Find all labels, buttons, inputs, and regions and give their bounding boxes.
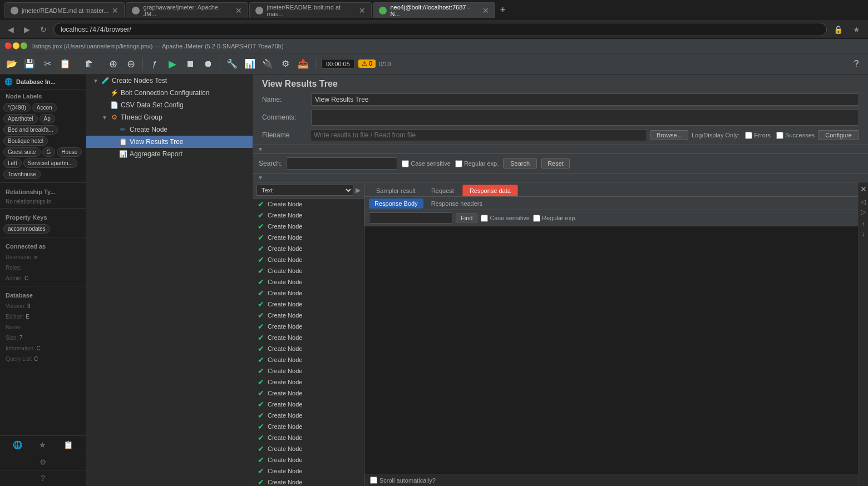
regular-exp-label[interactable]: Regular exp.: [455, 160, 499, 167]
result-item-12[interactable]: ✔Create Node: [253, 321, 364, 332]
result-item-26[interactable]: ✔Create Node: [253, 477, 364, 486]
tree-item-bolt-connection[interactable]: ⚡ Bolt Connection Configuration: [86, 87, 253, 99]
tool1-button[interactable]: 🔧: [224, 56, 240, 72]
regular-exp-checkbox[interactable]: [455, 160, 462, 167]
tab-close-1[interactable]: ✕: [112, 6, 119, 15]
filename-input[interactable]: [310, 129, 647, 141]
address-input[interactable]: [53, 23, 827, 36]
tree-item-thread-group[interactable]: ▼ ⚙ Thread Group: [86, 111, 253, 123]
result-item-2[interactable]: ✔Create Node: [253, 210, 364, 221]
find-input[interactable]: [369, 212, 452, 224]
subtab-response-body[interactable]: Response Body: [369, 199, 423, 209]
dropdown-arrow[interactable]: ▶: [356, 186, 361, 194]
result-item-11[interactable]: ✔Create Node: [253, 310, 364, 321]
reset-button[interactable]: Reset: [541, 158, 570, 168]
comments-textarea[interactable]: [311, 109, 859, 126]
forward-button[interactable]: ▶: [21, 24, 33, 35]
tab-neo4j-bolt[interactable]: neo4j@bolt://localhost:7687 - N... ✕: [373, 2, 495, 18]
tag-house[interactable]: House: [57, 147, 82, 157]
tree-item-create-nodes-test[interactable]: ▼ 🧪 Create Nodes Test: [86, 75, 253, 87]
text-dropdown[interactable]: Text: [257, 185, 353, 196]
tag-aparthotel[interactable]: Aparthotel: [3, 114, 38, 123]
tag-ap[interactable]: Ap: [40, 114, 55, 123]
tag-serviced[interactable]: Serviced apartm...: [23, 158, 77, 168]
tab-close-4[interactable]: ✕: [482, 6, 489, 15]
delete-button[interactable]: 🗑: [81, 56, 97, 72]
browse-button[interactable]: Browse...: [650, 130, 688, 140]
result-item-3[interactable]: ✔Create Node: [253, 221, 364, 232]
tool2-button[interactable]: 📊: [241, 56, 258, 72]
result-item-23[interactable]: ✔Create Node: [253, 443, 364, 454]
tree-item-csv[interactable]: 📄 CSV Data Set Config: [86, 99, 253, 111]
tag-g[interactable]: G: [42, 147, 56, 157]
find-regular-exp-label[interactable]: Regular exp.: [533, 215, 576, 222]
case-sensitive-checkbox[interactable]: [402, 160, 409, 167]
successes-checkbox-label[interactable]: Successes: [776, 132, 815, 139]
result-item-8[interactable]: ✔Create Node: [253, 276, 364, 287]
neo4j-settings-icon[interactable]: ⚙: [40, 458, 47, 467]
result-item-4[interactable]: ✔Create Node: [253, 232, 364, 243]
tool3-button[interactable]: 🔌: [259, 56, 276, 72]
tab-close-2[interactable]: ✕: [235, 6, 242, 15]
result-item-6[interactable]: ✔Create Node: [253, 254, 364, 265]
result-item-14[interactable]: ✔Create Node: [253, 343, 364, 354]
neo4j-nav-icon2[interactable]: ★: [39, 440, 46, 449]
result-item-1[interactable]: ✔Create Node: [253, 199, 364, 210]
result-item-24[interactable]: ✔Create Node: [253, 454, 364, 465]
tab-graphaware[interactable]: graphaware/jmeter: Apache JM... ✕: [126, 2, 248, 18]
tag-accommodates[interactable]: accommodates: [3, 224, 50, 234]
result-item-19[interactable]: ✔Create Node: [253, 399, 364, 410]
tab-sampler-result[interactable]: Sampler result: [369, 185, 423, 196]
find-regular-exp-checkbox[interactable]: [533, 215, 540, 222]
name-input[interactable]: [311, 93, 859, 106]
tab-response-data[interactable]: Response data: [462, 185, 518, 196]
record-button[interactable]: ⏺: [200, 56, 216, 72]
settings-button[interactable]: ⚙: [277, 56, 294, 72]
subtab-response-headers[interactable]: Response headers: [426, 199, 488, 209]
collapse-bar-2[interactable]: ▼: [253, 173, 868, 182]
search-input[interactable]: [286, 157, 397, 170]
tree-item-view-results[interactable]: 📋 View Results Tree: [86, 136, 253, 148]
export-button[interactable]: 📤: [295, 56, 312, 72]
sidebar-btn2[interactable]: ▷: [861, 208, 866, 216]
find-case-sensitive-label[interactable]: Case sensitive: [481, 215, 530, 222]
scroll-auto-checkbox[interactable]: [370, 477, 377, 484]
bookmark-button[interactable]: ★: [850, 24, 864, 35]
errors-checkbox[interactable]: [745, 132, 752, 139]
result-item-21[interactable]: ✔Create Node: [253, 421, 364, 432]
tag-townhouse[interactable]: Townhouse: [3, 170, 41, 179]
tab-bolt-readme[interactable]: jmeter/README-bolt.md at mas... ✕: [249, 2, 372, 18]
close-button[interactable]: ✕: [860, 185, 867, 194]
tab-request[interactable]: Request: [424, 185, 461, 196]
stop-button[interactable]: ⏹: [182, 56, 199, 72]
result-item-25[interactable]: ✔Create Node: [253, 465, 364, 477]
tag-boutique[interactable]: Boutique hotel: [3, 136, 48, 146]
scroll-auto-label[interactable]: Scroll automatically?: [370, 477, 436, 484]
successes-checkbox[interactable]: [776, 132, 783, 139]
back-button[interactable]: ◀: [4, 24, 17, 35]
sidebar-btn4[interactable]: ↓: [862, 230, 865, 238]
result-item-20[interactable]: ✔Create Node: [253, 410, 364, 421]
sidebar-btn3[interactable]: ↑: [862, 220, 865, 228]
tab-github-jmeter[interactable]: jmeter/README.md at master... ✕: [4, 2, 125, 18]
tree-item-create-node[interactable]: ✏ Create Node: [86, 123, 253, 136]
start-button[interactable]: ▶: [164, 56, 181, 72]
result-item-15[interactable]: ✔Create Node: [253, 354, 364, 365]
errors-checkbox-label[interactable]: Errors: [745, 132, 771, 139]
save-button[interactable]: 💾: [21, 56, 38, 72]
tree-item-aggregate[interactable]: 📊 Aggregate Report: [86, 148, 253, 160]
new-tab-button[interactable]: +: [496, 4, 509, 16]
neo4j-nav-icon3[interactable]: 📋: [63, 440, 73, 449]
extensions-button[interactable]: 🔒: [830, 24, 846, 35]
tag-accon[interactable]: Accon: [32, 103, 57, 112]
remove-button[interactable]: ⊖: [122, 56, 139, 72]
paste-button[interactable]: 📋: [57, 56, 73, 72]
find-case-sensitive-checkbox[interactable]: [481, 215, 488, 222]
result-item-10[interactable]: ✔Create Node: [253, 299, 364, 310]
result-item-22[interactable]: ✔Create Node: [253, 432, 364, 443]
result-item-13[interactable]: ✔Create Node: [253, 332, 364, 343]
result-item-5[interactable]: ✔Create Node: [253, 243, 364, 254]
result-item-17[interactable]: ✔Create Node: [253, 376, 364, 388]
tag-left[interactable]: Left: [3, 158, 22, 168]
search-button[interactable]: Search: [503, 158, 537, 168]
